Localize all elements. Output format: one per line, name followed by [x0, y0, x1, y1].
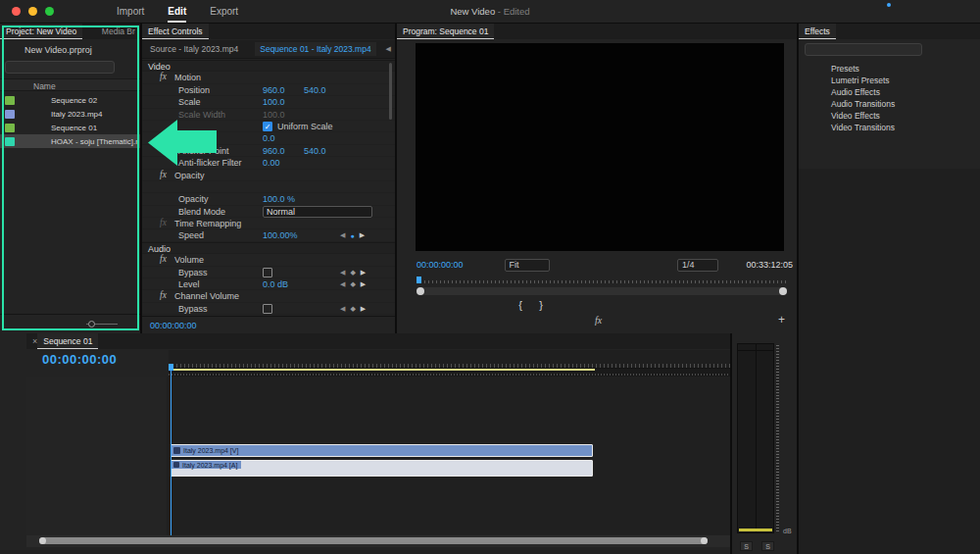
previous-keyframe-button[interactable]: ◀ [340, 269, 345, 277]
ec-row-anchor-point[interactable]: Anchor Point960.0540.0 [142, 145, 395, 157]
timeline-playhead-line[interactable] [171, 369, 172, 535]
uniform-scale-checkbox[interactable]: ✓ [263, 122, 272, 131]
param-value[interactable]: 0.0 [263, 133, 275, 143]
rect-mask-icon[interactable] [187, 181, 200, 194]
reset-parameter-button[interactable] [376, 158, 387, 169]
go-to-out-button[interactable] [640, 297, 654, 311]
reset-parameter-button[interactable] [376, 291, 387, 302]
mark-in-button[interactable]: { [513, 297, 528, 313]
bypass-checkbox[interactable] [263, 304, 272, 314]
chev-down-icon[interactable] [148, 74, 157, 82]
program-zoom-scrollbar[interactable] [416, 287, 787, 295]
fit-select[interactable]: Fit [505, 259, 550, 272]
go-to-in-button[interactable] [555, 297, 568, 311]
ec-row-uniform-scale[interactable]: ✓Uniform Scale [142, 121, 395, 132]
chev-right-icon[interactable] [804, 76, 812, 84]
project-file-row[interactable]: New Video.prproj [6, 44, 92, 55]
add-marker-button[interactable] [492, 297, 506, 311]
previous-keyframe-button[interactable]: ◀ [340, 305, 345, 313]
reset-parameter-button[interactable] [376, 194, 387, 205]
chev-down-icon[interactable] [148, 220, 157, 228]
ec-row-audio[interactable]: Audio [142, 242, 395, 254]
tab-edit[interactable]: Edit [168, 6, 186, 17]
reset-parameter-button[interactable] [376, 73, 387, 83]
add-keyframe-button[interactable]: ◆ [350, 280, 355, 288]
play-around-icon[interactable] [359, 320, 369, 330]
chev-right-icon[interactable] [804, 64, 812, 73]
tab-media-browser[interactable]: Media Brows [96, 24, 135, 39]
add-keyframe-button[interactable]: ● [350, 232, 354, 239]
zoom-handle-left[interactable] [39, 537, 46, 544]
program-scrub-bar[interactable] [416, 277, 787, 285]
label-color-chip[interactable] [5, 137, 15, 146]
label-color-chip[interactable] [5, 124, 15, 132]
tab-program[interactable]: Program: Sequence 01 [397, 24, 494, 39]
chev-right-icon[interactable] [804, 99, 812, 108]
stopwatch-icon[interactable] [162, 146, 172, 157]
reset-parameter-button[interactable] [376, 207, 387, 218]
param-value[interactable]: 960.0 [263, 85, 285, 95]
ec-row-position[interactable]: Position960.0540.0 [142, 84, 395, 96]
label-color-chip[interactable] [5, 110, 15, 119]
video-clip[interactable]: Italy 2023.mp4 [V] [171, 444, 593, 457]
reset-parameter-button[interactable] [376, 146, 387, 157]
next-keyframe-button[interactable]: ▶ [360, 231, 365, 239]
ec-row-time-remapping[interactable]: fxTime Remapping [142, 218, 395, 229]
next-keyframe-button[interactable]: ▶ [361, 280, 366, 288]
pen-mask-icon[interactable] [209, 181, 221, 194]
chev-right-icon[interactable] [148, 159, 157, 168]
new-bin-icon[interactable] [122, 62, 135, 74]
project-search[interactable] [5, 61, 115, 74]
panel-menu-icon[interactable] [964, 26, 974, 36]
reset-parameter-button[interactable] [376, 171, 387, 181]
ec-row-speed[interactable]: Speed100.00%◀●▶ [142, 229, 395, 241]
chevron-down-icon[interactable] [242, 45, 251, 54]
panel-menu-icon[interactable] [215, 26, 224, 36]
stopwatch-icon[interactable] [162, 268, 172, 278]
param-value[interactable]: 100.0 % [263, 194, 295, 204]
column-header-name[interactable]: Name [33, 81, 56, 91]
share-icon[interactable] [903, 5, 916, 19]
chev-right-icon[interactable] [804, 111, 812, 120]
stopwatch-icon[interactable] [162, 97, 172, 108]
project-search-input[interactable] [21, 63, 110, 72]
reset-parameter-button[interactable] [376, 122, 387, 132]
mark-out-button[interactable]: } [533, 297, 549, 313]
audio-clip[interactable]: Italy 2023.mp4 [A] [171, 460, 593, 477]
stopwatch-icon[interactable] [162, 194, 172, 205]
stopwatch-icon[interactable] [162, 110, 172, 121]
reset-parameter-button[interactable] [376, 97, 387, 108]
filter-effects-icon[interactable] [339, 320, 350, 330]
chev-right-icon[interactable] [148, 280, 157, 289]
add-button[interactable]: + [778, 313, 785, 327]
ec-timecode[interactable]: 00:00:00:00 [150, 321, 197, 330]
chev-right-icon[interactable] [148, 195, 157, 204]
label-color-chip[interactable] [5, 96, 15, 105]
badge-icon[interactable] [963, 44, 975, 56]
stopwatch-icon[interactable] [162, 230, 172, 241]
tab-effects[interactable]: Effects [799, 24, 836, 39]
program-timecode[interactable]: 00:00:00:00 [416, 260, 464, 270]
reset-parameter-button[interactable] [376, 110, 387, 121]
ellipse-mask-icon[interactable] [166, 181, 178, 194]
timeline-timecode[interactable]: 00:00:00:00 [42, 352, 117, 367]
stopwatch-icon[interactable] [162, 279, 172, 290]
chev-down-icon[interactable] [148, 172, 157, 180]
workspaces-icon[interactable] [930, 5, 944, 19]
chev-right-icon[interactable] [804, 87, 812, 96]
panel-menu-icon[interactable] [88, 26, 94, 36]
ec-row-opacity[interactable]: Opacity100.0 % [142, 193, 395, 205]
zoom-handle-left[interactable] [416, 287, 424, 295]
ec-row-motion[interactable]: fxMotion [142, 72, 395, 83]
reset-parameter-button[interactable] [376, 85, 387, 96]
tab-project[interactable]: Project: New Video [0, 24, 82, 39]
quick-export-icon[interactable] [875, 5, 889, 19]
param-value[interactable]: 540.0 [304, 146, 326, 156]
close-window-button[interactable] [12, 7, 21, 16]
play-button[interactable] [597, 297, 611, 311]
ec-row-channel-volume[interactable]: fxChannel Volume [142, 290, 395, 302]
previous-keyframe-button[interactable]: ◀ [340, 231, 345, 239]
effects-search-input[interactable] [820, 45, 917, 54]
reset-parameter-button[interactable] [376, 279, 387, 290]
chev-right-icon[interactable] [804, 123, 812, 131]
